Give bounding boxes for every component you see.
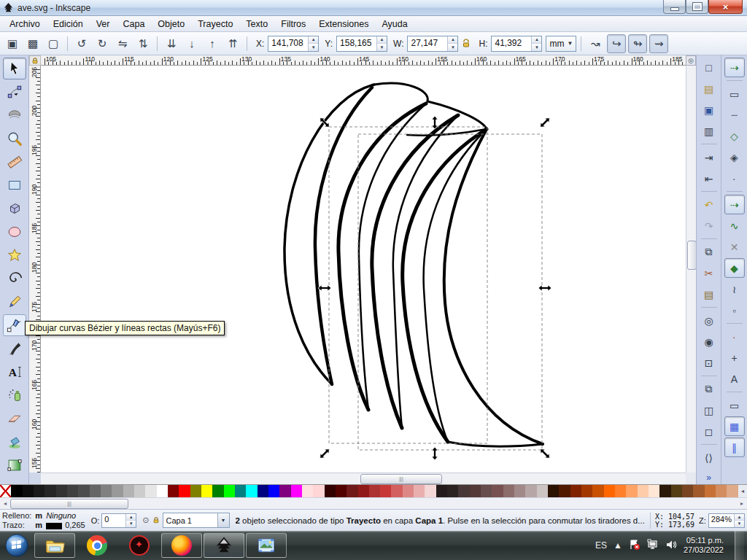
undo-button[interactable]: ↶ bbox=[699, 195, 719, 214]
start-button[interactable] bbox=[0, 531, 34, 560]
horizontal-scrollbar-thumb[interactable]: ||| bbox=[360, 474, 442, 484]
minimize-button[interactable] bbox=[663, 0, 686, 14]
horizontal-scrollbar[interactable]: ||| bbox=[41, 472, 686, 484]
snap-guides-button[interactable]: ∥ bbox=[724, 438, 745, 457]
lower-to-bottom-button[interactable]: ⇊ bbox=[162, 34, 181, 53]
redo-button[interactable]: ↷ bbox=[699, 216, 719, 236]
palette-swatch[interactable] bbox=[604, 485, 615, 497]
x-field[interactable]: 141,708 ▲▼ bbox=[268, 36, 319, 52]
palette-scroll-right-icon[interactable]: ▸ bbox=[737, 500, 747, 507]
palette-arrow-left-icon[interactable]: ◂ bbox=[738, 485, 747, 497]
node-editor-tool[interactable] bbox=[3, 81, 26, 103]
flip-vertical-button[interactable]: ⇅ bbox=[133, 34, 152, 53]
palette-swatch[interactable] bbox=[168, 485, 179, 497]
palette-swatch[interactable] bbox=[682, 485, 693, 497]
language-indicator[interactable]: ES bbox=[595, 540, 607, 551]
taskbar-chrome[interactable] bbox=[77, 533, 117, 558]
save-document-button[interactable]: ▣ bbox=[699, 100, 719, 120]
opacity-spinner[interactable]: ▲▼ bbox=[125, 514, 136, 527]
vertical-ruler[interactable]: 205200195190185180175170165160155 bbox=[29, 66, 41, 472]
palette-swatch[interactable] bbox=[570, 485, 581, 497]
snap-enable-button[interactable]: ⇢ bbox=[724, 58, 745, 77]
new-document-button[interactable]: □ bbox=[699, 58, 719, 77]
eraser-tool[interactable] bbox=[3, 408, 26, 429]
palette-swatch[interactable] bbox=[56, 485, 67, 497]
network-icon[interactable] bbox=[647, 539, 659, 553]
menu-ayuda[interactable]: Ayuda bbox=[375, 18, 414, 31]
taskbar-inkscape[interactable] bbox=[204, 533, 244, 558]
palette-swatch[interactable] bbox=[78, 485, 89, 497]
zoom-spinner[interactable]: ▲▼ bbox=[734, 514, 744, 527]
palette-swatch[interactable] bbox=[403, 485, 414, 497]
snap-line-midpoints-button[interactable]: ◦ bbox=[724, 300, 745, 320]
zoom-to-page-button[interactable]: ⊡ bbox=[699, 353, 719, 373]
palette-swatch[interactable] bbox=[291, 485, 302, 497]
palette-swatch[interactable] bbox=[224, 485, 235, 497]
cut-button[interactable]: ✂ bbox=[699, 263, 719, 283]
palette-swatch[interactable] bbox=[34, 485, 44, 497]
spray-tool[interactable] bbox=[3, 384, 26, 406]
raise-to-top-button[interactable]: ⇈ bbox=[223, 34, 242, 53]
zoom-to-drawing-button[interactable]: ◉ bbox=[699, 332, 719, 351]
width-spinner[interactable]: ▲▼ bbox=[447, 36, 457, 51]
affect-gradients-button[interactable]: ↬ bbox=[628, 34, 647, 53]
commands-overflow-button[interactable]: » bbox=[706, 472, 711, 483]
zoom-on-resize-toggle[interactable]: ◎ bbox=[686, 55, 696, 66]
taskbar-file-explorer[interactable] bbox=[34, 533, 75, 558]
zoom-to-selection-button[interactable]: ◎ bbox=[699, 311, 719, 330]
snap-bounding-box-button[interactable]: ▭ bbox=[724, 84, 745, 104]
create-clone-button[interactable]: ◫ bbox=[699, 400, 719, 420]
height-spinner[interactable]: ▲▼ bbox=[531, 36, 541, 51]
gradient-tool[interactable] bbox=[3, 454, 26, 476]
snap-path-intersections-button[interactable]: ✕ bbox=[724, 237, 745, 257]
palette-swatch[interactable] bbox=[101, 485, 112, 497]
palette-swatch[interactable] bbox=[425, 485, 436, 497]
lower-one-step-button[interactable]: ↓ bbox=[182, 34, 201, 53]
pencil-tool[interactable] bbox=[3, 291, 26, 313]
palette-swatch[interactable] bbox=[235, 485, 246, 497]
paint-bucket-tool[interactable] bbox=[3, 431, 26, 453]
fill-stroke-indicator[interactable]: Relleno: m Ninguno Trazo: m 0,265 bbox=[2, 511, 85, 529]
affect-patterns-button[interactable]: ⇝ bbox=[649, 34, 668, 53]
palette-swatch[interactable] bbox=[190, 485, 201, 497]
print-document-button[interactable]: ▥ bbox=[699, 121, 719, 141]
paste-button[interactable]: ▤ bbox=[699, 284, 719, 304]
snap-bbox-edges-button[interactable]: ┈ bbox=[724, 105, 745, 125]
palette-swatch[interactable] bbox=[391, 485, 402, 497]
taskbar-red-security-app[interactable] bbox=[119, 533, 160, 558]
palette-swatch[interactable] bbox=[67, 485, 78, 497]
snap-paths-button[interactable]: ∿ bbox=[724, 216, 745, 236]
palette-swatch[interactable] bbox=[671, 485, 682, 497]
palette-swatch-none[interactable] bbox=[0, 485, 11, 497]
palette-swatch[interactable] bbox=[458, 485, 469, 497]
palette-swatch[interactable] bbox=[727, 485, 738, 497]
palette-swatch[interactable] bbox=[659, 485, 670, 497]
deselect-button[interactable]: ▢ bbox=[44, 34, 63, 53]
snap-bbox-corners-button[interactable]: ◇ bbox=[724, 126, 745, 146]
tweak-tool[interactable] bbox=[3, 104, 26, 126]
selection-handles[interactable] bbox=[318, 116, 552, 461]
unit-dropdown[interactable]: mm ▼ bbox=[546, 36, 576, 52]
opacity-field[interactable]: 0 ▲▼ bbox=[101, 513, 136, 528]
show-desktop-button[interactable] bbox=[735, 531, 744, 560]
affect-stroke-width-button[interactable]: ↝ bbox=[586, 34, 605, 53]
snap-smooth-nodes-button[interactable]: ≀ bbox=[724, 279, 745, 299]
zoom-field[interactable]: 284% ▲▼ bbox=[708, 513, 745, 528]
taskbar-firefox[interactable] bbox=[161, 533, 202, 558]
copy-button[interactable]: ⧉ bbox=[699, 242, 719, 262]
text-tool[interactable]: A bbox=[3, 361, 26, 383]
palette-swatch[interactable] bbox=[470, 485, 481, 497]
canvas[interactable] bbox=[41, 66, 686, 472]
palette-swatch[interactable] bbox=[559, 485, 570, 497]
export-bitmap-button[interactable]: ⇤ bbox=[699, 168, 719, 188]
snap-nodes-button[interactable]: ⇢ bbox=[724, 195, 745, 214]
bezier-pen-tool[interactable] bbox=[3, 314, 26, 336]
affect-rounded-corners-button[interactable]: ↪ bbox=[607, 34, 626, 53]
snap-grid-button[interactable]: ▦ bbox=[724, 416, 745, 436]
raise-one-step-button[interactable]: ↑ bbox=[203, 34, 222, 53]
palette-swatch[interactable] bbox=[649, 485, 659, 497]
duplicate-button[interactable]: ⧉ bbox=[699, 379, 719, 399]
palette-scrollbar[interactable]: ◂ ||| ▸ bbox=[0, 497, 747, 509]
palette-swatch[interactable] bbox=[414, 485, 425, 497]
palette-swatch[interactable] bbox=[592, 485, 603, 497]
